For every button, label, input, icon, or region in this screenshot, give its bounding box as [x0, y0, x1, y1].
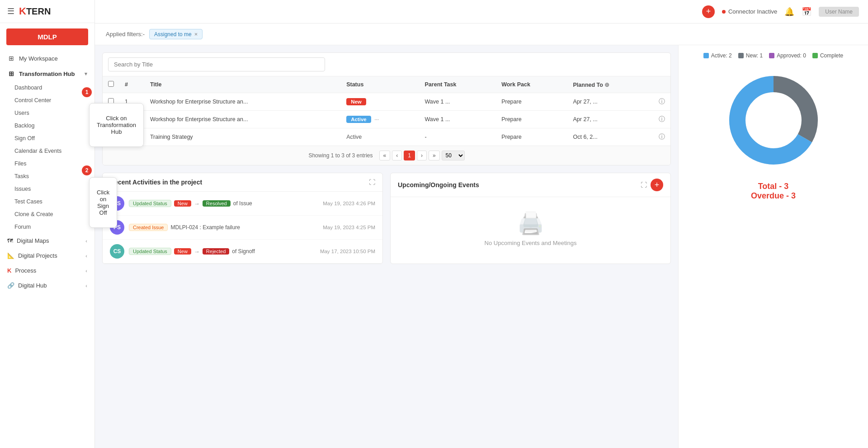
cell-num: 2	[119, 111, 145, 128]
search-container	[103, 53, 670, 76]
sub-item-backlog[interactable]: Backlog	[7, 119, 94, 132]
cell-workpack: Prepare	[496, 128, 567, 146]
bell-icon[interactable]: 🔔	[784, 7, 794, 17]
connector-dot	[722, 10, 726, 14]
filter-remove-button[interactable]: ×	[194, 31, 198, 38]
user-avatar[interactable]: User Name	[819, 7, 859, 17]
sub-item-forum[interactable]: Forum	[7, 221, 94, 233]
grid-area: # Title Status Parent Task Work Pack Pla…	[95, 45, 868, 448]
filters-label: Applied filters:-	[106, 31, 145, 38]
search-input[interactable]	[108, 57, 325, 71]
calendar-icon[interactable]: 📅	[802, 7, 811, 17]
cell-parent: Wave 1 ...	[420, 111, 496, 128]
sub-item-calendar[interactable]: Calendar & Events	[7, 145, 94, 157]
activity-time: May 17, 2023 10:50 PM	[320, 249, 375, 254]
status-text-active: Active	[346, 134, 362, 140]
legend-complete-dot	[812, 53, 818, 58]
sub-item-control-center[interactable]: Control Center	[7, 94, 94, 107]
logo-k: K	[19, 5, 26, 17]
sub-items: Dashboard Control Center Users Backlog S…	[0, 81, 94, 233]
no-events-container: 🖨️ No Upcoming Events and Meetings	[391, 197, 670, 260]
expand-icon[interactable]: ⛶	[369, 179, 375, 186]
sidebar-item-digital-maps[interactable]: 🗺 Digital Maps ‹	[0, 233, 94, 248]
col-num: #	[119, 76, 145, 93]
per-page-select[interactable]: 50 25 100	[442, 151, 465, 160]
sub-item-issues[interactable]: Issues	[7, 183, 94, 195]
filter-tag-label: Assigned to me	[154, 31, 192, 38]
cell-workpack: Prepare	[496, 111, 567, 128]
avatar: PS	[110, 196, 124, 211]
sidebar-item-digital-projects[interactable]: 📐 Digital Projects ‹	[0, 248, 94, 263]
add-event-button[interactable]: +	[651, 179, 663, 191]
table-row: 2 Workshop for Enterprise Structure an..…	[103, 111, 670, 128]
page-prev-btn[interactable]: ‹	[392, 151, 402, 160]
chart-svg	[724, 71, 823, 170]
chevron-down-icon: ▾	[85, 71, 87, 77]
logo: K TERN	[19, 5, 51, 17]
upcoming-events-header: Upcoming/Ongoing Events ⛶ +	[391, 173, 670, 197]
sub-item-dashboard[interactable]: Dashboard	[7, 81, 94, 94]
cell-parent: Wave 1 ...	[420, 93, 496, 111]
arrow-icon: →	[194, 200, 200, 207]
page-next-btn[interactable]: ›	[417, 151, 427, 160]
created-issue-tag: Created Issue	[129, 224, 168, 231]
cell-num: 3	[119, 128, 145, 146]
info-icon[interactable]: ⓘ	[659, 98, 665, 105]
select-all-checkbox[interactable]	[108, 81, 114, 87]
connector-label: Connector Inactive	[728, 8, 777, 15]
legend-active: Active: 2	[703, 52, 732, 59]
logo-tern: TERN	[26, 6, 51, 17]
legend-complete: Complete	[812, 52, 843, 59]
upcoming-events-panel: Upcoming/Ongoing Events ⛶ + 🖨️ No Upcomi…	[390, 173, 671, 264]
info-icon[interactable]: ⓘ	[659, 115, 665, 123]
table-row: 1 Workshop for Enterprise Structure an..…	[103, 93, 670, 111]
sub-item-sign-off[interactable]: Sign Off	[7, 132, 94, 145]
expand-icon[interactable]: ⛶	[641, 181, 647, 189]
map-icon: 🗺	[7, 237, 13, 244]
row-checkbox[interactable]	[108, 133, 114, 139]
chevron-left-icon: ‹	[85, 253, 87, 259]
legend-new-dot	[738, 53, 744, 58]
info-icon[interactable]: ⓘ	[659, 133, 665, 140]
sub-item-clone-create[interactable]: Clone & Create	[7, 208, 94, 221]
to-status-tag: Resolved	[203, 200, 231, 207]
activity-item: CS Updated Status New → Rejected of Sign…	[103, 240, 382, 264]
activity-description: of Issue	[233, 200, 252, 207]
row-checkbox[interactable]	[108, 116, 114, 122]
legend-active-label: Active: 2	[711, 52, 732, 59]
cell-status: Active ···	[341, 111, 419, 128]
cell-title: Training Strategy	[145, 128, 341, 146]
cell-parent: -	[420, 128, 496, 146]
table-row: 3 Training Strategy Active - Prepare Oct…	[103, 128, 670, 146]
sub-item-users[interactable]: Users	[7, 107, 94, 119]
page-last-btn[interactable]: »	[429, 151, 440, 160]
mdlp-button[interactable]: MDLP	[6, 28, 88, 45]
page-first-btn[interactable]: «	[379, 151, 391, 160]
filter-tag-assigned: Assigned to me ×	[149, 29, 203, 39]
sidebar-item-transformation-hub[interactable]: ⊞ Transformation Hub ▾	[0, 66, 94, 81]
sidebar-item-my-workspace[interactable]: ⊞ My Workspace	[0, 51, 94, 66]
add-col-icon[interactable]: ⊕	[604, 82, 609, 88]
cell-status: Active	[341, 128, 419, 146]
sidebar-item-process[interactable]: K Process ‹	[0, 263, 94, 278]
right-panel: Active: 2 New: 1 Approved: 0 Complete	[678, 45, 868, 448]
sub-item-files[interactable]: Files	[7, 157, 94, 170]
sub-item-test-cases[interactable]: Test Cases	[7, 195, 94, 208]
sidebar-item-digital-hub[interactable]: 🔗 Digital Hub ‹	[0, 278, 94, 293]
add-button[interactable]: +	[702, 5, 715, 18]
page-1-btn[interactable]: 1	[404, 151, 415, 160]
arrow-icon: →	[194, 248, 200, 255]
row-checkbox[interactable]	[108, 98, 114, 104]
activity-description: MDLPI-024 : Example failure	[170, 224, 240, 231]
cell-status: New	[341, 93, 419, 111]
legend-approved-label: Approved: 0	[777, 52, 806, 59]
cell-title: Workshop for Enterprise Structure an...	[145, 111, 341, 128]
cell-planned: Oct 6, 2...	[568, 128, 654, 146]
hamburger-icon[interactable]: ☰	[7, 6, 14, 16]
upcoming-events-title: Upcoming/Ongoing Events	[398, 181, 479, 189]
sub-item-tasks[interactable]: Tasks	[7, 170, 94, 183]
table-card: # Title Status Parent Task Work Pack Pla…	[102, 52, 671, 165]
legend-new: New: 1	[738, 52, 763, 59]
activity-time: May 19, 2023 4:25 PM	[323, 225, 375, 230]
chart-legend: Active: 2 New: 1 Approved: 0 Complete	[703, 52, 843, 59]
